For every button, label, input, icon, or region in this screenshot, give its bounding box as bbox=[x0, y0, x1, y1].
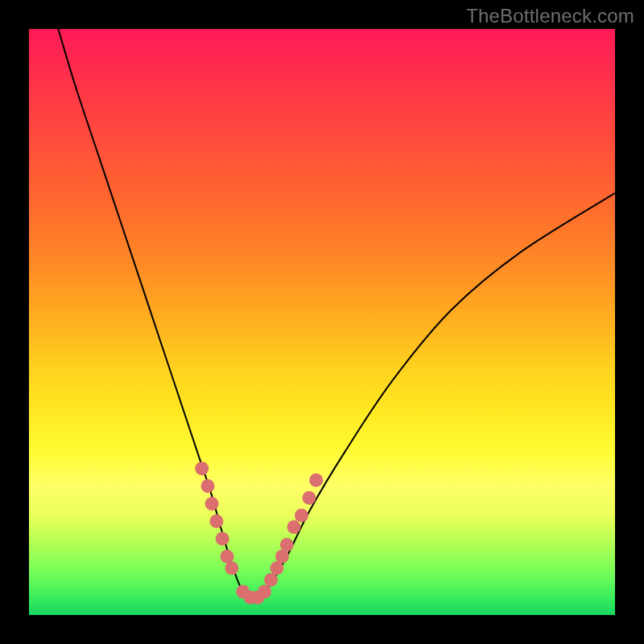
bead bbox=[270, 561, 283, 575]
bottleneck-curve bbox=[58, 29, 615, 599]
bead bbox=[280, 538, 294, 551]
bead bbox=[287, 520, 301, 534]
bead bbox=[302, 491, 316, 505]
plot-area bbox=[29, 29, 615, 615]
bead bbox=[295, 509, 308, 522]
chart-frame: TheBottleneck.com bbox=[0, 0, 644, 644]
bead bbox=[221, 550, 234, 564]
bead bbox=[205, 497, 219, 510]
bead bbox=[275, 550, 289, 564]
bead bbox=[209, 514, 223, 528]
highlight-beads bbox=[195, 462, 323, 605]
bead bbox=[216, 532, 229, 546]
bead bbox=[309, 473, 323, 487]
bead bbox=[201, 479, 215, 493]
bead bbox=[225, 561, 238, 575]
curve-svg bbox=[29, 29, 615, 615]
bead bbox=[264, 573, 278, 587]
watermark-text: TheBottleneck.com bbox=[466, 5, 634, 27]
bead bbox=[195, 462, 208, 476]
bead bbox=[258, 584, 271, 598]
